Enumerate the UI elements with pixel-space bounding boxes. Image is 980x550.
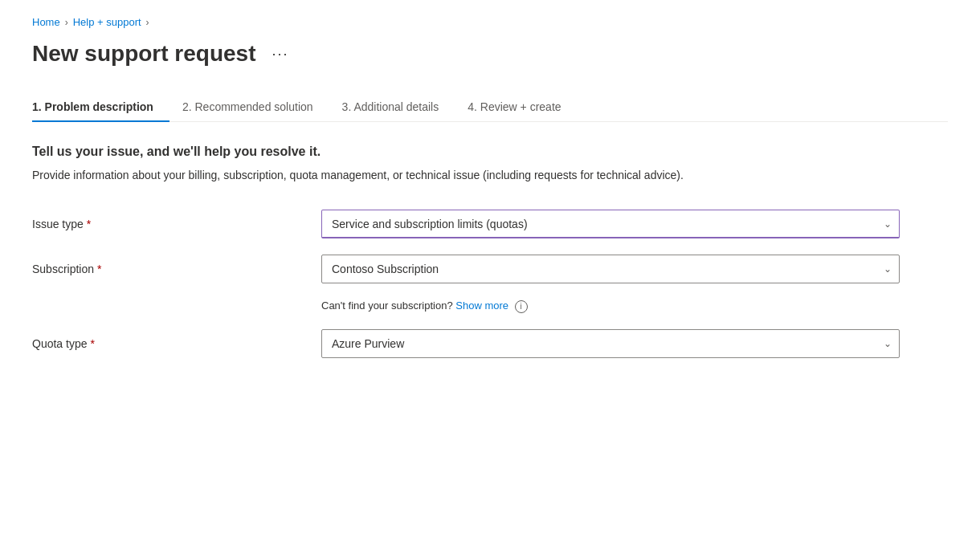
breadcrumb-separator-1: › xyxy=(65,17,68,28)
issue-type-control-wrapper: Service and subscription limits (quotas)… xyxy=(321,210,900,238)
subscription-hint: Can't find your subscription? Show more … xyxy=(321,299,916,313)
quota-type-control-wrapper: Azure Purview ⌄ xyxy=(321,329,900,358)
step-review-create[interactable]: 4. Review + create xyxy=(468,92,577,121)
subscription-select-wrapper: Contoso Subscription ⌄ xyxy=(321,255,900,283)
issue-type-select-wrapper: Service and subscription limits (quotas)… xyxy=(321,210,900,238)
subscription-required: * xyxy=(97,263,101,275)
steps-nav: 1. Problem description 2. Recommended so… xyxy=(32,92,948,122)
breadcrumb-separator-2: › xyxy=(146,17,149,28)
issue-type-required: * xyxy=(87,218,91,230)
subscription-select[interactable]: Contoso Subscription xyxy=(321,255,900,283)
quota-type-select[interactable]: Azure Purview xyxy=(321,329,900,358)
subscription-control-wrapper: Contoso Subscription ⌄ xyxy=(321,255,900,283)
quota-type-row: Quota type * Azure Purview ⌄ xyxy=(32,329,916,358)
more-options-button[interactable]: ··· xyxy=(265,43,295,66)
breadcrumb-home[interactable]: Home xyxy=(32,16,60,28)
breadcrumb: Home › Help + support › xyxy=(32,16,948,28)
breadcrumb-help-support[interactable]: Help + support xyxy=(73,16,141,28)
quota-type-label: Quota type * xyxy=(32,337,305,350)
subscription-label: Subscription * xyxy=(32,263,305,275)
issue-type-select[interactable]: Service and subscription limits (quotas)… xyxy=(321,210,900,238)
form-section: Tell us your issue, and we'll help you r… xyxy=(32,145,916,358)
page-title: New support request xyxy=(32,41,255,67)
quota-type-required: * xyxy=(91,337,95,350)
subscription-row: Subscription * Contoso Subscription ⌄ xyxy=(32,255,916,283)
step-problem-description[interactable]: 1. Problem description xyxy=(32,92,169,121)
step-additional-details[interactable]: 3. Additional details xyxy=(342,92,455,121)
page-header: New support request ··· xyxy=(32,41,948,67)
issue-type-row: Issue type * Service and subscription li… xyxy=(32,210,916,238)
quota-type-select-wrapper: Azure Purview ⌄ xyxy=(321,329,900,358)
section-title: Tell us your issue, and we'll help you r… xyxy=(32,145,916,159)
section-description: Provide information about your billing, … xyxy=(32,167,876,184)
subscription-info-icon[interactable]: i xyxy=(515,300,528,313)
show-more-link[interactable]: Show more xyxy=(455,299,508,312)
issue-type-label: Issue type * xyxy=(32,218,305,230)
step-recommended-solution[interactable]: 2. Recommended solution xyxy=(182,92,329,121)
